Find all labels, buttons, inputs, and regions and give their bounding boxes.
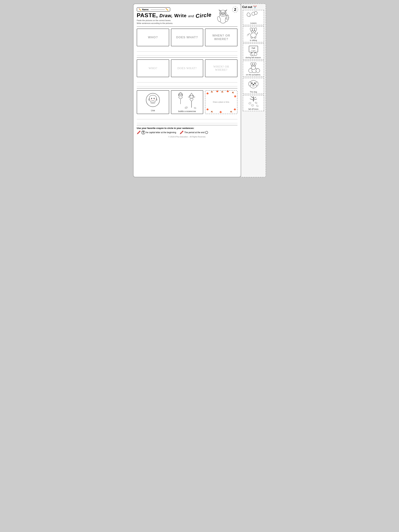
svg-point-73	[252, 64, 253, 65]
row1-section: WHO? DOES WHAT? WHEN? OR WHERE?	[137, 26, 237, 56]
svg-text:🍁: 🍁	[216, 91, 219, 93]
svg-line-88	[250, 99, 253, 100]
cutout-item-sitting[interactable]: is sitting	[243, 26, 264, 42]
draw-prompt: Draw a place or time.	[212, 100, 230, 104]
writing-line	[137, 48, 237, 52]
svg-text:Fall: Fall	[252, 47, 255, 49]
svg-point-83	[255, 83, 255, 83]
svg-point-20	[154, 99, 155, 100]
crayon-icon-2: 🖍️	[180, 131, 184, 134]
svg-text:🍂: 🍂	[221, 91, 224, 93]
main-page: ✏️ Name: ✏️ 2	[133, 4, 241, 177]
writing-line	[137, 79, 237, 82]
svg-text:🍁: 🍁	[220, 111, 222, 113]
svg-point-19	[150, 99, 152, 100]
svg-point-18	[154, 98, 155, 99]
circle-item-2: 🖍️ The period at the end .	[180, 131, 208, 134]
svg-marker-3	[225, 10, 227, 11]
svg-text:🍂: 🍂	[211, 110, 213, 113]
svg-point-60	[254, 53, 257, 56]
crayon-icon-1: 🖍️	[137, 131, 141, 134]
owl-illustration: GLUE	[216, 9, 230, 24]
svg-point-50	[254, 30, 255, 31]
svg-point-51	[253, 31, 254, 32]
draw-word: Draw,	[159, 13, 173, 18]
svg-point-7	[221, 13, 222, 14]
row2-writing-lines	[137, 79, 237, 86]
svg-line-87	[253, 97, 256, 99]
scarecrow-illustration: ʌ ʌ	[176, 92, 199, 109]
row3-section: Lisa	[137, 88, 237, 123]
svg-point-76	[251, 66, 255, 70]
svg-point-32	[194, 107, 196, 109]
svg-point-31	[185, 106, 188, 109]
svg-point-75	[253, 65, 254, 66]
row2-boxes: Who? Does what? When? or Where?	[137, 59, 237, 77]
bottom-instruction: Use your favorite crayon to circle in yo…	[137, 125, 237, 134]
period-circle: .	[205, 131, 208, 134]
writing-line	[137, 52, 237, 56]
row1-label3: WHEN? OR WHERE?	[207, 34, 236, 41]
svg-text:🍁: 🍁	[206, 92, 209, 95]
svg-text:🍂: 🍂	[211, 91, 213, 93]
cutout-header: Cut out ✂️	[242, 5, 265, 9]
svg-line-86	[251, 96, 253, 98]
svg-point-84	[253, 84, 254, 85]
cutout-item-pumpkins[interactable]: on the pumpkins.	[243, 61, 264, 77]
svg-point-82	[252, 83, 253, 83]
fall-illustration: Fall is here	[246, 44, 260, 56]
cutout-item-the-dog[interactable]: The dog	[243, 78, 264, 94]
and-word: and	[188, 14, 194, 18]
cutout-item-leaves[interactable]: Leaves	[243, 10, 264, 25]
row3-boxes: Lisa	[137, 90, 237, 114]
row2-section: Who? Does what? When? or Where?	[137, 57, 237, 86]
cutout-item-fall[interactable]: Fall is here during fall season.	[243, 44, 264, 60]
row1-label2: DOES WHAT?	[176, 36, 198, 39]
svg-text:is here: is here	[251, 50, 256, 51]
cutout-label-the-dog: The dog	[250, 91, 257, 93]
capital-letter-circle: T	[141, 131, 145, 134]
svg-point-8	[224, 13, 225, 14]
svg-point-66	[256, 69, 260, 73]
paste-word: PASTE,	[137, 12, 158, 19]
circle-word: Circle	[195, 12, 212, 19]
pumpkin-dog-illustration	[246, 62, 260, 73]
row2-box2: Does what?	[171, 59, 203, 77]
the-dog-illustration	[246, 79, 260, 90]
row2-label2: Does what?	[177, 67, 197, 70]
dog-sitting-illustration	[246, 27, 260, 39]
row2-box1: Who?	[137, 59, 169, 77]
cutout-label-pumpkins: on the pumpkins.	[246, 74, 261, 76]
svg-point-96	[256, 105, 259, 107]
draw-box[interactable]: 🍁 🍂 🍁 🍂 🍁 🍂 🍁 🍁 🍂 🍁 🍂 🍁	[205, 90, 237, 114]
svg-text:🍂: 🍂	[232, 91, 234, 94]
svg-point-17	[151, 98, 152, 99]
svg-point-92	[255, 102, 257, 104]
write-word: Write	[174, 13, 187, 18]
svg-point-74	[254, 64, 255, 65]
svg-text:GLUE: GLUE	[227, 17, 229, 18]
row1-boxes: WHO? DOES WHAT? WHEN? OR WHERE?	[137, 29, 237, 46]
svg-rect-54	[254, 37, 256, 38]
lisa-illustration	[146, 93, 160, 108]
svg-point-90	[248, 102, 251, 105]
cutout-label-leaves: Leaves	[250, 22, 256, 24]
fall-trees-illustration	[246, 96, 260, 108]
row2-box3: When? or Where?	[205, 59, 237, 77]
svg-rect-24	[178, 95, 183, 95]
row1-label1: WHO?	[148, 36, 158, 39]
period-text: The period at the end	[184, 131, 204, 134]
name-box: ✏️ Name: ✏️	[137, 7, 170, 12]
lisa-box: Lisa	[137, 90, 169, 114]
row1-box3: WHEN? OR WHERE?	[205, 29, 237, 46]
row3-writing-lines	[137, 115, 237, 123]
cutout-item-fall-trees[interactable]: fall off trees	[243, 95, 264, 111]
svg-text:🍁: 🍁	[234, 108, 236, 111]
svg-text:ʌ ʌ: ʌ ʌ	[191, 96, 193, 98]
svg-marker-2	[219, 10, 221, 11]
writing-line	[137, 115, 237, 119]
page-number: 2	[232, 6, 238, 13]
svg-rect-13	[227, 15, 228, 16]
name-label: Name:	[142, 8, 149, 11]
svg-point-94	[251, 104, 254, 106]
